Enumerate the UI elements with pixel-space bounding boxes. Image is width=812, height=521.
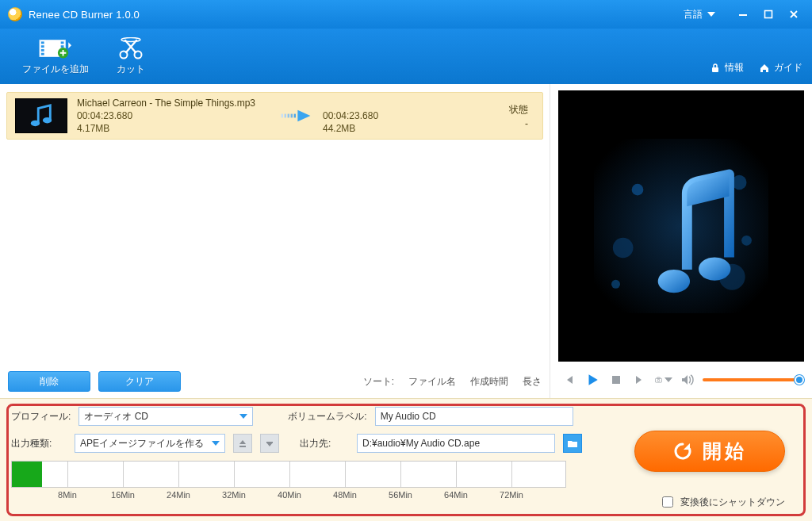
volume-slider[interactable] — [703, 378, 802, 381]
home-icon — [758, 62, 771, 75]
output-type-combo[interactable]: APEイメージファイルを作る — [75, 434, 225, 453]
film-add-icon — [39, 37, 72, 59]
svg-point-34 — [657, 379, 660, 381]
clear-button[interactable]: クリア — [98, 371, 181, 392]
profile-label: プロフィール: — [11, 410, 71, 423]
ruler-tick-label: 56Min — [389, 490, 412, 500]
svg-rect-20 — [285, 114, 286, 118]
svg-rect-19 — [282, 114, 283, 118]
minimize-button[interactable] — [733, 4, 753, 25]
output-type-value: APEイメージファイルを作る — [80, 437, 204, 450]
svg-rect-5 — [41, 45, 44, 48]
svg-rect-6 — [41, 49, 44, 52]
chevron-down-icon — [707, 12, 715, 17]
main-toolbar: ファイルを追加 カット 情報 ガイド — [0, 29, 812, 84]
guide-link[interactable]: ガイド — [758, 61, 802, 75]
language-dropdown[interactable]: 言語 — [677, 5, 722, 25]
title-bar: Renee CD Burner 1.0.0 言語 — [0, 0, 812, 29]
dest-size: 44.2MB — [323, 123, 434, 134]
next-button[interactable] — [631, 371, 649, 389]
browse-folder-button[interactable] — [563, 434, 582, 453]
svg-point-29 — [611, 280, 620, 289]
list-item[interactable]: Michael Carreon - The Simple Things.mp3 … — [6, 92, 543, 140]
eject-button[interactable] — [233, 434, 252, 453]
slider-knob-icon[interactable] — [795, 375, 804, 385]
ruler-tick-label: 16Min — [111, 490, 135, 500]
add-files-button[interactable]: ファイルを追加 — [10, 34, 102, 79]
output-path-input[interactable] — [357, 434, 555, 453]
snapshot-button[interactable] — [655, 371, 672, 389]
sort-by-length[interactable]: 長さ — [523, 375, 542, 389]
prev-button[interactable] — [560, 371, 577, 389]
sort-by-name[interactable]: ファイル名 — [408, 375, 456, 389]
volume-label-label: ボリュームラベル: — [288, 410, 366, 423]
delete-button[interactable]: 削除 — [8, 371, 90, 392]
guide-label: ガイド — [774, 61, 802, 75]
svg-rect-4 — [41, 41, 44, 44]
svg-rect-22 — [291, 114, 293, 118]
shutdown-checkbox-input[interactable] — [662, 496, 673, 508]
ruler-tick — [289, 462, 290, 487]
cut-button[interactable]: カット — [102, 34, 160, 79]
ruler-tick — [67, 462, 68, 487]
language-label: 言語 — [684, 8, 703, 21]
play-button[interactable] — [584, 371, 601, 389]
close-button[interactable] — [783, 4, 804, 25]
app-title: Renee CD Burner 1.0.0 — [29, 9, 140, 21]
app-logo-icon — [8, 7, 22, 21]
profile-value: オーディオ CD — [84, 410, 148, 423]
shutdown-checkbox[interactable]: 変換後にシャットダウン — [659, 494, 785, 510]
file-list-pane: Michael Carreon - The Simple Things.mp3 … — [0, 84, 550, 398]
preview-canvas — [558, 90, 804, 362]
dest-duration: 00:04:23.680 — [323, 110, 434, 121]
profile-combo[interactable]: オーディオ CD — [79, 407, 253, 426]
add-files-label: ファイルを追加 — [22, 63, 89, 75]
duration-ruler: 8Min16Min24Min32Min40Min48Min56Min64Min7… — [11, 461, 566, 488]
sort-bar: ソート: ファイル名 作成時間 長さ — [363, 375, 542, 389]
info-label: 情報 — [725, 61, 744, 75]
source-duration: 00:04:23.680 — [77, 110, 275, 121]
chevron-down-icon — [212, 441, 220, 446]
preview-pane — [550, 84, 812, 398]
main-area: Michael Carreon - The Simple Things.mp3 … — [0, 84, 812, 398]
ruler-tick — [511, 462, 512, 487]
audio-thumbnail — [15, 98, 67, 133]
ruler-tick — [123, 462, 124, 487]
status-value: - — [525, 118, 528, 129]
list-actions: 削除 クリア ソート: ファイル名 作成時間 長さ — [0, 365, 550, 398]
svg-point-25 — [632, 184, 644, 196]
maximize-button[interactable] — [758, 4, 779, 25]
svg-point-26 — [613, 238, 634, 259]
arrow-icon — [275, 106, 323, 125]
ruler-tick — [456, 462, 457, 487]
refresh-icon — [672, 441, 693, 462]
svg-rect-8 — [61, 41, 64, 44]
svg-rect-1 — [765, 11, 772, 18]
info-link[interactable]: 情報 — [709, 61, 744, 75]
file-list: Michael Carreon - The Simple Things.mp3 … — [0, 84, 550, 365]
svg-point-30 — [741, 236, 752, 246]
svg-rect-7 — [41, 53, 44, 56]
ruler-tick — [178, 462, 179, 487]
svg-point-27 — [732, 175, 746, 190]
start-button[interactable]: 開始 — [634, 431, 785, 472]
volume-label-input[interactable] — [375, 407, 573, 426]
cut-label: カット — [117, 63, 145, 75]
scissors-icon — [114, 37, 147, 59]
volume-icon[interactable] — [679, 371, 696, 389]
svg-point-15 — [121, 38, 140, 42]
sort-by-ctime[interactable]: 作成時間 — [470, 375, 508, 389]
svg-rect-16 — [712, 67, 718, 72]
svg-rect-31 — [612, 376, 620, 384]
svg-rect-0 — [739, 14, 747, 16]
ruler-tick-label: 48Min — [333, 490, 357, 500]
svg-rect-9 — [61, 45, 64, 48]
output-type-label: 出力種類: — [11, 437, 67, 450]
svg-rect-23 — [294, 114, 296, 118]
stop-button[interactable] — [607, 371, 625, 389]
ruler-tick-label: 64Min — [444, 490, 468, 500]
erase-button[interactable] — [260, 434, 279, 453]
ruler-tick-label: 32Min — [222, 490, 246, 500]
start-label: 開始 — [703, 439, 747, 464]
ruler-tick — [400, 462, 401, 487]
